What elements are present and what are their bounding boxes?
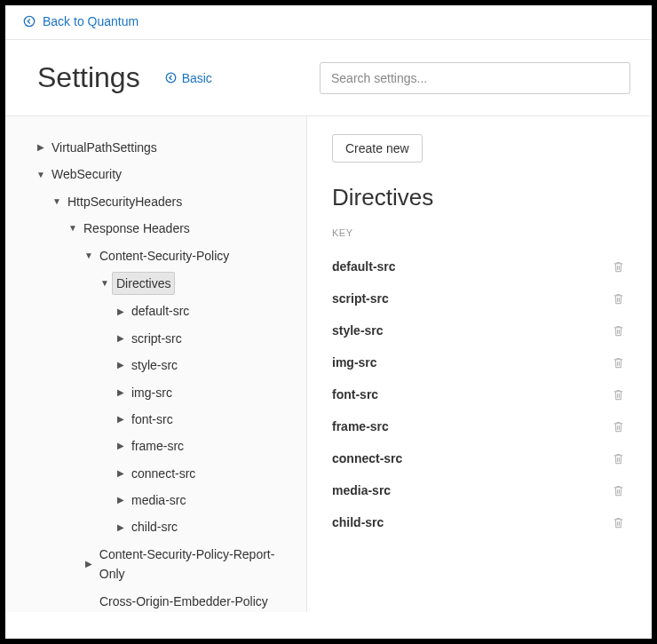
svg-point-1: [166, 73, 176, 83]
directive-row: default-src: [332, 250, 625, 282]
directive-name[interactable]: style-src: [332, 323, 384, 338]
svg-point-0: [24, 16, 34, 26]
directive-row: font-src: [332, 378, 625, 410]
directive-name[interactable]: img-src: [332, 355, 377, 370]
chevron-right-icon: ▶: [114, 466, 128, 481]
tree-item-label: VirtualPathSettings: [48, 137, 161, 158]
chevron-right-icon: ▶: [114, 386, 128, 400]
directive-name[interactable]: connect-src: [332, 451, 402, 465]
trash-icon[interactable]: [612, 420, 625, 433]
directive-row: child-src: [332, 506, 625, 538]
basic-label: Basic: [182, 71, 212, 85]
tree-item[interactable]: ▶Content-Security-Policy-Report-Only: [20, 541, 301, 588]
tree-item[interactable]: ▶child-src: [20, 513, 301, 540]
directive-row: connect-src: [332, 442, 625, 474]
tree-item[interactable]: ▶style-src: [20, 352, 301, 378]
tree-item-label: script-src: [128, 328, 186, 349]
chevron-right-icon: ▶: [114, 439, 128, 453]
settings-tree: ▶VirtualPathSettings▼WebSecurity▼HttpSec…: [5, 116, 307, 612]
tree-item-label: font-src: [128, 409, 177, 430]
trash-icon[interactable]: [612, 292, 625, 306]
basic-mode-link[interactable]: Basic: [165, 71, 212, 85]
tree-item-label: Content-Security-Policy-Report-Only: [96, 544, 301, 585]
chevron-down-icon: ▼: [98, 276, 112, 290]
chevron-right-icon: ▶: [114, 305, 128, 319]
chevron-down-icon: ▼: [66, 221, 80, 235]
body: ▶VirtualPathSettings▼WebSecurity▼HttpSec…: [5, 116, 652, 612]
page-title: Settings: [37, 61, 140, 94]
directive-name[interactable]: font-src: [332, 387, 378, 402]
chevron-down-icon: ▼: [50, 195, 64, 209]
directive-name[interactable]: child-src: [332, 515, 384, 529]
tree-item[interactable]: ▶media-src: [20, 487, 301, 513]
main-panel: Create new Directives KEY default-srcscr…: [307, 116, 652, 612]
tree-item[interactable]: ▶script-src: [20, 325, 301, 352]
tree-item-label: default-src: [128, 300, 193, 322]
tree-item[interactable]: ▼Directives: [20, 269, 301, 298]
header: Settings Basic: [5, 40, 652, 116]
tree-item[interactable]: ▶default-src: [20, 298, 301, 324]
tree-item-label: frame-src: [128, 435, 187, 457]
tree-item-label: media-src: [128, 489, 189, 511]
tree-item-label: HttpSecurityHeaders: [64, 191, 186, 212]
tree-item-label: WebSecurity: [48, 163, 125, 185]
tree-item-label: style-src: [128, 354, 181, 376]
directive-row: style-src: [332, 314, 625, 346]
tree-item[interactable]: ▶img-src: [20, 379, 301, 406]
tree-item-label: Cross-Origin-Embedder-Policy: [96, 591, 272, 612]
topbar: Back to Quantum: [5, 5, 652, 40]
tree-item-label: img-src: [128, 382, 176, 403]
directive-name[interactable]: frame-src: [332, 419, 389, 433]
chevron-right-icon: ▶: [114, 521, 128, 535]
back-to-quantum-link[interactable]: Back to Quantum: [23, 14, 139, 28]
create-new-button[interactable]: Create new: [332, 134, 423, 163]
back-label: Back to Quantum: [43, 14, 139, 28]
tree-item-label: connect-src: [128, 463, 199, 484]
trash-icon[interactable]: [612, 388, 625, 402]
chevron-down-icon: ▼: [82, 249, 96, 263]
search-input[interactable]: [320, 62, 630, 94]
tree-item[interactable]: ▼HttpSecurityHeaders: [20, 188, 301, 215]
chevron-down-icon: ▼: [34, 168, 48, 182]
trash-icon[interactable]: [612, 452, 625, 465]
tree-item[interactable]: ▶font-src: [20, 406, 301, 433]
directive-name[interactable]: default-src: [332, 259, 396, 274]
tree-item[interactable]: ▼Content-Security-Policy: [20, 242, 301, 269]
tree-item[interactable]: ▶VirtualPathSettings: [20, 134, 301, 161]
tree-item[interactable]: ▼Response Headers: [20, 215, 301, 242]
tree-item-label: child-src: [128, 516, 181, 537]
tree-item-label: Response Headers: [80, 218, 194, 239]
chevron-right-icon: ▶: [114, 493, 128, 507]
tree-item-label: Directives: [112, 272, 175, 295]
main-heading: Directives: [332, 184, 625, 211]
tree-item[interactable]: ▶connect-src: [20, 460, 301, 487]
tree-item[interactable]: ▼WebSecurity: [20, 161, 301, 187]
directive-name[interactable]: script-src: [332, 291, 389, 306]
chevron-right-icon: ▶: [34, 140, 48, 155]
tree-item-label: Content-Security-Policy: [96, 245, 233, 266]
directive-name[interactable]: media-src: [332, 483, 391, 497]
trash-icon[interactable]: [612, 484, 625, 497]
chevron-right-icon: ▶: [114, 331, 128, 346]
trash-icon[interactable]: [612, 260, 625, 274]
tree-item[interactable]: ▶Cross-Origin-Embedder-Policy: [20, 588, 301, 612]
key-column-header: KEY: [332, 227, 625, 238]
trash-icon[interactable]: [612, 516, 625, 529]
directive-row: frame-src: [332, 410, 625, 442]
directive-row: img-src: [332, 346, 625, 378]
chevron-right-icon: ▶: [114, 412, 128, 426]
trash-icon[interactable]: [612, 324, 625, 338]
tree-item[interactable]: ▶frame-src: [20, 433, 301, 459]
arrow-left-circle-icon: [23, 15, 36, 28]
chevron-right-icon: ▶: [82, 557, 96, 571]
directives-list: default-srcscript-srcstyle-srcimg-srcfon…: [332, 250, 625, 538]
directive-row: script-src: [332, 282, 625, 314]
arrow-left-circle-icon: [165, 72, 177, 83]
directive-row: media-src: [332, 474, 625, 506]
trash-icon[interactable]: [612, 356, 625, 370]
chevron-right-icon: ▶: [114, 358, 128, 372]
